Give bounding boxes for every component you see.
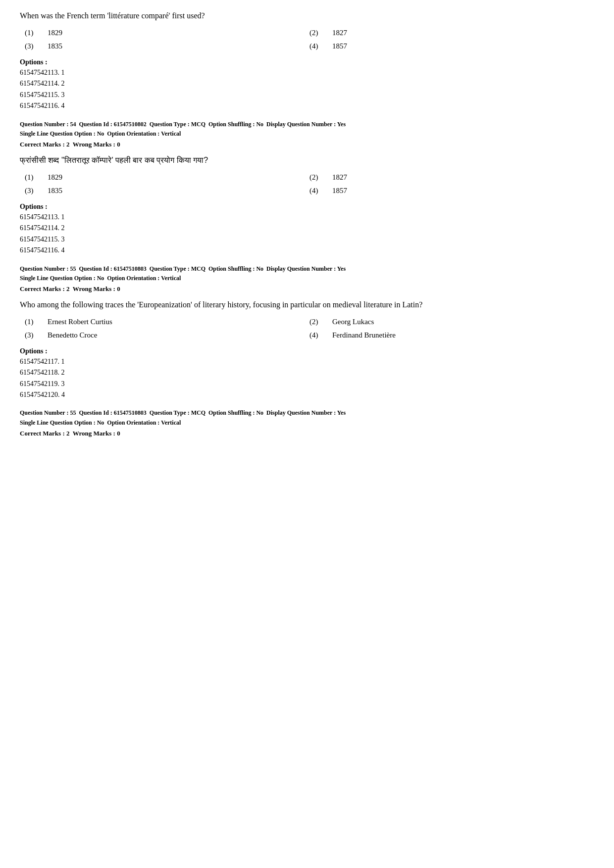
- question-54-hindi: फ्रांसीसी शब्द ''लितरातूर कॉम्पारे' पहली…: [20, 154, 594, 256]
- q54-meta-block: Question Number : 54 Question Id : 61547…: [20, 120, 594, 148]
- option-h1-1: (1) 1829: [25, 173, 309, 182]
- page-content: When was the French term 'littérature co…: [20, 10, 594, 437]
- options-label-2: Options :: [20, 203, 594, 211]
- q55-meta-line1: Question Number : 55 Question Id : 61547…: [20, 264, 594, 283]
- q55-marks-1: Correct Marks : 2 Wrong Marks : 0: [20, 285, 594, 293]
- option-1-4: (4) 1857: [309, 42, 594, 50]
- q55-marks-2: Correct Marks : 2 Wrong Marks : 0: [20, 430, 594, 437]
- q54-hi-text: फ्रांसीसी शब्द ''लितरातूर कॉम्पारे' पहली…: [20, 154, 594, 166]
- question-55-english: Who among the following traces the 'Euro…: [20, 299, 594, 401]
- options-list-3: 61547542117. 1 61547542118. 2 6154754211…: [20, 356, 594, 401]
- options-label-3: Options :: [20, 347, 594, 355]
- q55-en-text: Who among the following traces the 'Euro…: [20, 299, 594, 311]
- option-2-3: (3) Benedetto Croce: [25, 331, 309, 339]
- q54-meta-line1: Question Number : 54 Question Id : 61547…: [20, 120, 594, 139]
- question-54-english: When was the French term 'littérature co…: [20, 10, 594, 112]
- options-label-1: Options :: [20, 58, 594, 66]
- q54-hi-options: (1) 1829 (2) 1827 (3) 1835 (4) 1857: [20, 173, 594, 195]
- q55-en-options: (1) Ernest Robert Curtius (2) Georg Luka…: [20, 318, 594, 339]
- option-2-4: (4) Ferdinand Brunetière: [309, 331, 594, 339]
- option-1-3: (3) 1835: [25, 42, 309, 50]
- option-2-2: (2) Georg Lukacs: [309, 318, 594, 326]
- option-h1-3: (3) 1835: [25, 187, 309, 195]
- q55-meta-line2: Question Number : 55 Question Id : 61547…: [20, 408, 594, 427]
- q55-meta-block-2: Question Number : 55 Question Id : 61547…: [20, 408, 594, 437]
- q55-meta-block-1: Question Number : 55 Question Id : 61547…: [20, 264, 594, 293]
- option-1-1: (1) 1829: [25, 29, 309, 37]
- q54-marks: Correct Marks : 2 Wrong Marks : 0: [20, 141, 594, 148]
- option-1-2: (2) 1827: [309, 29, 594, 37]
- options-list-1: 61547542113. 1 61547542114. 2 6154754211…: [20, 67, 594, 112]
- option-2-1: (1) Ernest Robert Curtius: [25, 318, 309, 326]
- q54-en-text: When was the French term 'littérature co…: [20, 10, 594, 22]
- option-h1-4: (4) 1857: [309, 187, 594, 195]
- q54-en-options: (1) 1829 (2) 1827 (3) 1835 (4) 1857: [20, 29, 594, 50]
- options-list-2: 61547542113. 1 61547542114. 2 6154754211…: [20, 212, 594, 256]
- option-h1-2: (2) 1827: [309, 173, 594, 182]
